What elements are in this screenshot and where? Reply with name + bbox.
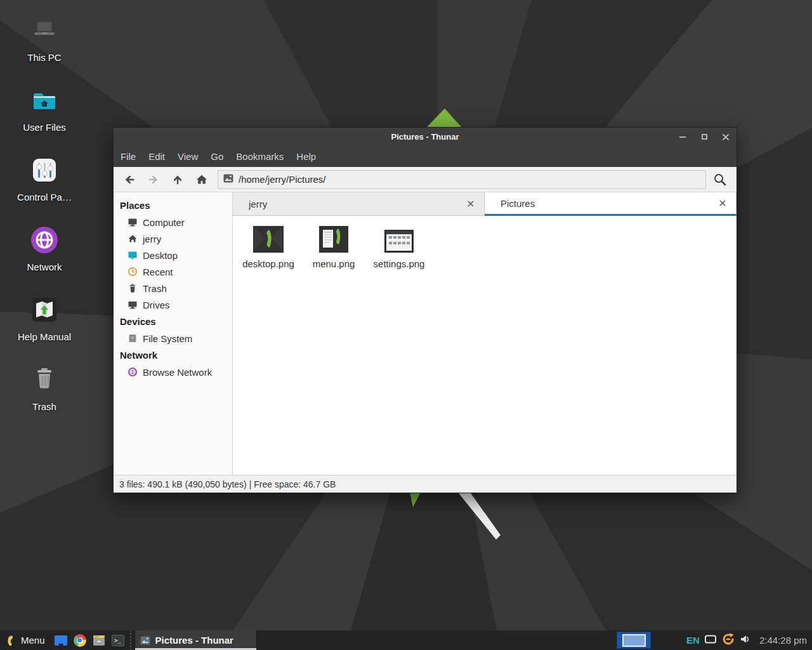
trash-icon bbox=[128, 283, 138, 293]
control-panel-icon bbox=[29, 155, 60, 185]
update-manager-icon[interactable] bbox=[721, 632, 735, 649]
sidebar-item-label: Browse Network bbox=[143, 367, 212, 378]
desktop-icon-control-panel[interactable]: Control Pa… bbox=[6, 155, 82, 202]
sidebar-item-drives[interactable]: Drives bbox=[114, 296, 232, 313]
sidebar-item-file-system[interactable]: File System bbox=[114, 330, 232, 347]
desktop-icon-this-pc[interactable]: This PC bbox=[6, 15, 82, 63]
chrome-icon bbox=[74, 634, 86, 647]
network-globe-icon bbox=[29, 225, 60, 255]
taskbar-window-label: Pictures - Thunar bbox=[155, 635, 233, 646]
up-button[interactable] bbox=[168, 170, 187, 189]
workspace-1[interactable] bbox=[622, 634, 646, 647]
desktop-icon bbox=[128, 250, 138, 260]
keyboard-layout-indicator[interactable]: EN bbox=[686, 635, 700, 646]
tab-bar: jerry Pictures bbox=[233, 192, 737, 216]
chrome-launcher[interactable] bbox=[70, 630, 89, 650]
path-text: /home/jerry/Pictures/ bbox=[239, 174, 326, 185]
menu-edit[interactable]: Edit bbox=[142, 146, 171, 167]
terminal-launcher[interactable]: >_ bbox=[108, 630, 128, 650]
tab-close-icon[interactable] bbox=[462, 192, 479, 215]
status-text: 3 files: 490.1 kB (490,050 bytes) | Free… bbox=[119, 479, 336, 489]
sidebar-item-label: Desktop bbox=[143, 250, 178, 261]
home-button[interactable] bbox=[192, 170, 211, 189]
sidebar-item-label: File System bbox=[143, 333, 192, 344]
file-name: settings.png bbox=[374, 258, 425, 269]
image-location-icon bbox=[223, 174, 233, 185]
volume-icon[interactable] bbox=[740, 634, 751, 647]
drives-icon bbox=[128, 300, 138, 310]
window-titlebar[interactable]: Pictures - Thunar bbox=[114, 128, 737, 146]
computer-icon bbox=[29, 15, 60, 46]
status-bar: 3 files: 490.1 kB (490,050 bytes) | Free… bbox=[114, 475, 737, 493]
menu-button-label: Menu bbox=[21, 635, 45, 646]
menu-bookmarks[interactable]: Bookmarks bbox=[230, 146, 290, 167]
desktop-icon-trash[interactable]: Trash bbox=[6, 364, 82, 412]
sidebar-item-trash[interactable]: Trash bbox=[114, 280, 232, 296]
tab-jerry[interactable]: jerry bbox=[233, 192, 485, 216]
sidebar-item-recent[interactable]: Recent bbox=[114, 263, 232, 280]
file-desktop-png[interactable]: desktop.png bbox=[238, 223, 299, 269]
file-settings-png[interactable]: settings.png bbox=[369, 223, 429, 269]
file-view: desktop.png menu.png settings.png bbox=[233, 216, 737, 475]
clock[interactable]: 2:44:28 pm bbox=[759, 635, 807, 646]
file-manager-launcher[interactable] bbox=[89, 630, 108, 650]
window-title: Pictures - Thunar bbox=[391, 132, 459, 142]
taskbar-window-button[interactable]: Pictures - Thunar bbox=[134, 630, 257, 650]
folder-home-icon bbox=[29, 85, 60, 116]
desktop-icon-label: Help Manual bbox=[6, 331, 82, 342]
minimize-button[interactable] bbox=[678, 133, 687, 142]
browse-network-icon bbox=[128, 367, 138, 377]
desktop-icon-label: This PC bbox=[6, 52, 82, 63]
sidebar-header-devices: Devices bbox=[114, 313, 232, 330]
menu-view[interactable]: View bbox=[171, 146, 204, 167]
tab-label: jerry bbox=[249, 199, 267, 209]
sidebar-item-label: Recent bbox=[143, 267, 173, 277]
desktop-wallpaper: This PC User Files Control Pa… Network H… bbox=[0, 0, 812, 650]
tab-pictures[interactable]: Pictures bbox=[485, 192, 737, 216]
back-button[interactable] bbox=[120, 170, 139, 189]
desktop-icon-network[interactable]: Network bbox=[6, 225, 82, 272]
file-menu-png[interactable]: menu.png bbox=[303, 223, 364, 269]
path-input[interactable]: /home/jerry/Pictures/ bbox=[218, 170, 706, 189]
distro-logo-icon bbox=[5, 634, 16, 647]
thunar-window: Pictures - Thunar File Edit View Go Book… bbox=[113, 127, 737, 493]
sidebar-item-label: Computer bbox=[143, 217, 185, 228]
forward-button[interactable] bbox=[144, 170, 163, 189]
image-window-icon bbox=[140, 636, 150, 645]
sidebar-item-label: Trash bbox=[143, 283, 167, 294]
toolbar: /home/jerry/Pictures/ bbox=[114, 167, 737, 192]
file-drawer-icon bbox=[93, 635, 105, 646]
panel-handle bbox=[129, 630, 133, 650]
display-tray-icon[interactable] bbox=[704, 634, 717, 647]
tab-close-icon[interactable] bbox=[714, 192, 731, 214]
file-name: menu.png bbox=[313, 258, 355, 269]
sidebar-item-browse-network[interactable]: Browse Network bbox=[114, 364, 232, 380]
show-desktop-button[interactable] bbox=[51, 630, 70, 650]
desktop-icon-user-files[interactable]: User Files bbox=[6, 85, 82, 133]
sidebar-item-jerry[interactable]: jerry bbox=[114, 230, 232, 247]
maximize-button[interactable] bbox=[700, 133, 709, 142]
computer-icon bbox=[128, 217, 138, 227]
search-icon[interactable] bbox=[710, 170, 730, 189]
terminal-icon: >_ bbox=[112, 635, 124, 646]
close-button[interactable] bbox=[721, 133, 730, 142]
menubar: File Edit View Go Bookmarks Help bbox=[114, 146, 737, 167]
menu-button[interactable]: Menu bbox=[0, 630, 51, 650]
recent-clock-icon bbox=[128, 267, 138, 277]
image-thumbnail bbox=[319, 223, 348, 253]
filesystem-icon bbox=[128, 333, 138, 343]
system-tray: EN 2:44:28 pm bbox=[686, 630, 812, 650]
image-thumbnail bbox=[384, 223, 414, 253]
help-manual-icon bbox=[29, 295, 60, 325]
sidebar-item-computer[interactable]: Computer bbox=[114, 214, 232, 230]
sidebar: Places Computer jerry Desktop Recent bbox=[114, 192, 233, 475]
svg-text:>_: >_ bbox=[114, 637, 121, 644]
menu-file[interactable]: File bbox=[114, 146, 142, 167]
sidebar-item-label: Drives bbox=[143, 300, 170, 310]
menu-go[interactable]: Go bbox=[204, 146, 230, 167]
sidebar-item-desktop[interactable]: Desktop bbox=[114, 247, 232, 263]
menu-help[interactable]: Help bbox=[290, 146, 322, 167]
desktop-icon-help-manual[interactable]: Help Manual bbox=[6, 295, 82, 342]
desktop-icon-label: Network bbox=[6, 262, 82, 272]
workspace-switcher[interactable] bbox=[617, 632, 651, 649]
